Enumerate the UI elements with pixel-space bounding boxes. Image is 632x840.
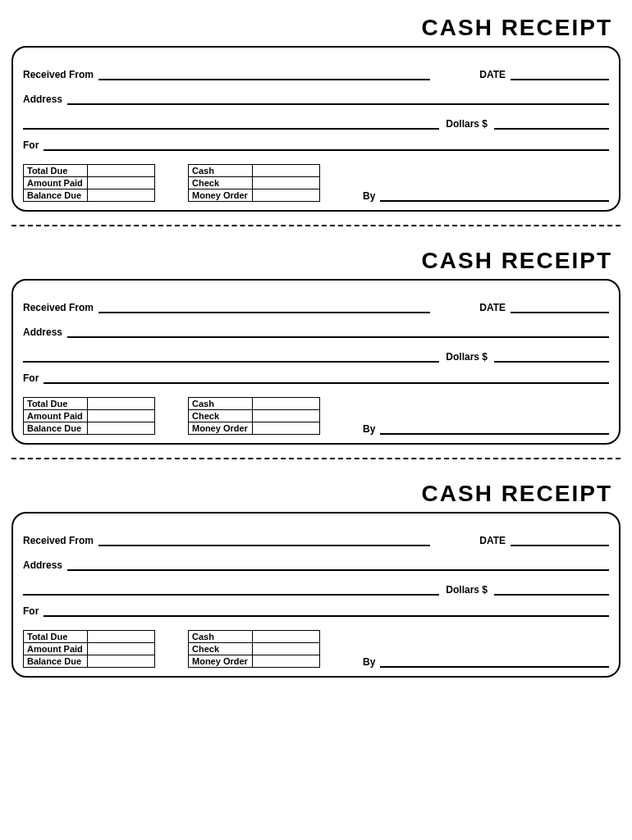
method-row-value[interactable] — [253, 165, 320, 177]
method-table: Cash Check Money Order — [188, 164, 320, 202]
received-from-label: Received From — [23, 69, 94, 80]
method-row-value[interactable] — [253, 422, 320, 435]
summary-row-label: Balance Due — [24, 422, 88, 435]
dollars-line[interactable] — [494, 351, 609, 363]
summary-row-value[interactable] — [88, 655, 155, 668]
address-label: Address — [23, 559, 62, 571]
method-row-label: Check — [189, 177, 253, 189]
date-label: DATE — [479, 69, 506, 80]
received-from-label: Received From — [23, 302, 94, 313]
method-row-label: Check — [189, 643, 253, 655]
summary-row-label: Total Due — [24, 165, 88, 177]
address-line[interactable] — [67, 326, 609, 338]
date-label: DATE — [479, 302, 506, 313]
date-line[interactable] — [511, 69, 609, 80]
method-table: Cash Check Money Order — [188, 630, 320, 668]
date-label: DATE — [479, 535, 506, 546]
address-label: Address — [23, 326, 62, 338]
summary-row-value[interactable] — [88, 189, 155, 202]
for-label: For — [23, 605, 39, 617]
summary-row-value[interactable] — [88, 177, 155, 189]
dollars-line[interactable] — [494, 118, 609, 130]
by-label: By — [363, 190, 375, 202]
received-from-line[interactable] — [98, 535, 430, 546]
receipt-title: CASH RECEIPT — [11, 15, 612, 41]
received-from-line[interactable] — [98, 302, 430, 313]
amount-line[interactable] — [23, 118, 439, 130]
dollars-line[interactable] — [494, 584, 609, 596]
dollars-label: Dollars $ — [446, 584, 488, 596]
method-row-value[interactable] — [253, 655, 320, 668]
receipt-title: CASH RECEIPT — [11, 481, 612, 507]
tear-line — [11, 225, 621, 226]
summary-row-label: Amount Paid — [24, 177, 88, 189]
method-row-value[interactable] — [253, 189, 320, 202]
summary-row-label: Balance Due — [24, 189, 88, 202]
summary-table: Total Due Amount Paid Balance Due — [23, 164, 155, 202]
summary-row-label: Amount Paid — [24, 410, 88, 422]
method-row-label: Cash — [189, 631, 253, 643]
for-line[interactable] — [44, 372, 609, 384]
summary-row-value[interactable] — [88, 643, 155, 655]
by-line[interactable] — [380, 423, 609, 435]
summary-row-value[interactable] — [88, 422, 155, 435]
address-line[interactable] — [67, 559, 609, 571]
summary-row-value[interactable] — [88, 165, 155, 177]
method-table: Cash Check Money Order — [188, 397, 320, 435]
method-row-value[interactable] — [253, 398, 320, 410]
method-row-label: Money Order — [189, 422, 253, 435]
page: CASH RECEIPT Received From DATE Address … — [0, 0, 632, 678]
for-line[interactable] — [44, 605, 609, 617]
dollars-label: Dollars $ — [446, 118, 488, 130]
by-label: By — [363, 423, 375, 435]
summary-row-value[interactable] — [88, 398, 155, 410]
summary-table: Total Due Amount Paid Balance Due — [23, 397, 155, 435]
receipt-box: Received From DATE Address Dollars $ For… — [11, 512, 621, 678]
address-label: Address — [23, 94, 62, 105]
method-row-label: Check — [189, 410, 253, 422]
address-line[interactable] — [67, 94, 609, 105]
summary-row-label: Amount Paid — [24, 643, 88, 655]
method-row-value[interactable] — [253, 643, 320, 655]
summary-row-value[interactable] — [88, 410, 155, 422]
by-label: By — [363, 656, 375, 668]
for-label: For — [23, 139, 39, 151]
method-row-label: Money Order — [189, 189, 253, 202]
method-row-value[interactable] — [253, 410, 320, 422]
method-row-value[interactable] — [253, 177, 320, 189]
by-line[interactable] — [380, 190, 609, 202]
date-line[interactable] — [511, 302, 609, 313]
date-line[interactable] — [511, 535, 609, 546]
method-row-label: Money Order — [189, 655, 253, 668]
receipt-box: Received From DATE Address Dollars $ For… — [11, 279, 621, 445]
receipt-box: Received From DATE Address Dollars $ For… — [11, 46, 621, 212]
method-row-value[interactable] — [253, 631, 320, 643]
for-line[interactable] — [44, 139, 609, 151]
received-from-label: Received From — [23, 535, 94, 546]
summary-row-label: Balance Due — [24, 655, 88, 668]
method-row-label: Cash — [189, 165, 253, 177]
summary-row-label: Total Due — [24, 398, 88, 410]
tear-line — [11, 458, 621, 459]
receipt-title: CASH RECEIPT — [11, 248, 612, 274]
amount-line[interactable] — [23, 351, 439, 363]
for-label: For — [23, 372, 39, 384]
dollars-label: Dollars $ — [446, 351, 488, 363]
amount-line[interactable] — [23, 584, 439, 596]
summary-table: Total Due Amount Paid Balance Due — [23, 630, 155, 668]
received-from-line[interactable] — [98, 69, 430, 80]
by-line[interactable] — [380, 656, 609, 668]
summary-row-label: Total Due — [24, 631, 88, 643]
summary-row-value[interactable] — [88, 631, 155, 643]
method-row-label: Cash — [189, 398, 253, 410]
